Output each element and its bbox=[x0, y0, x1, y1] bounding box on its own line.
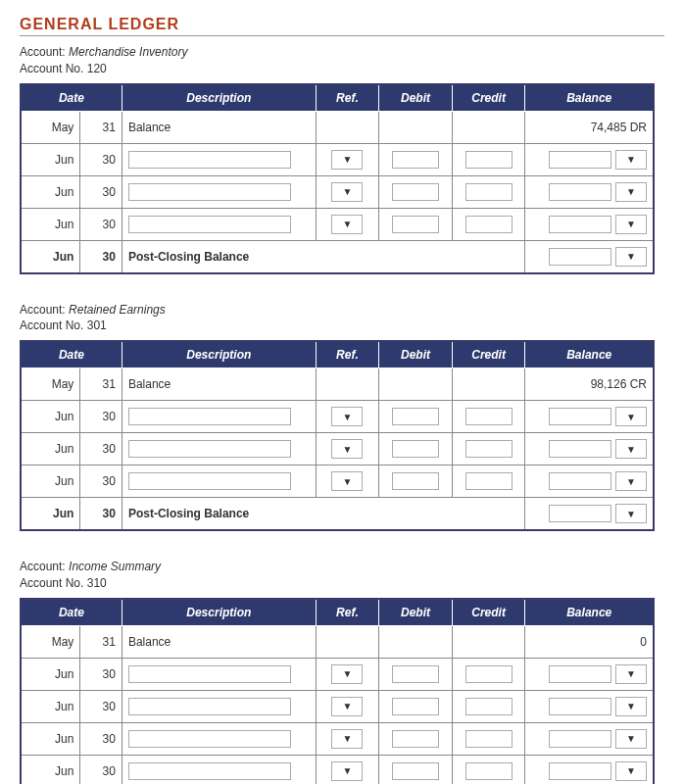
balance-type-dropdown[interactable]: ▼ bbox=[615, 504, 647, 523]
balance-input[interactable] bbox=[549, 248, 611, 266]
balance-type-dropdown[interactable]: ▼ bbox=[615, 439, 647, 459]
ref-dropdown[interactable]: ▼ bbox=[331, 150, 363, 170]
ref-dropdown[interactable]: ▼ bbox=[331, 664, 363, 684]
balance-input[interactable] bbox=[549, 762, 611, 780]
credit-input[interactable] bbox=[465, 440, 513, 458]
page-title: GENERAL LEDGER bbox=[20, 16, 664, 36]
account-header: Account: Merchandise InventoryAccount No… bbox=[20, 44, 664, 77]
ref-dropdown[interactable]: ▼ bbox=[331, 697, 363, 716]
ref-dropdown[interactable]: ▼ bbox=[331, 729, 363, 749]
balance-input[interactable] bbox=[549, 505, 611, 522]
balance-type-dropdown[interactable]: ▼ bbox=[615, 150, 647, 170]
balance-input[interactable] bbox=[549, 698, 611, 715]
balance-type-dropdown[interactable]: ▼ bbox=[615, 182, 647, 202]
credit-input[interactable] bbox=[465, 408, 513, 425]
debit-input[interactable] bbox=[392, 665, 439, 683]
ref-dropdown[interactable]: ▼ bbox=[331, 182, 363, 202]
balance-input[interactable] bbox=[549, 665, 611, 683]
table-row: May31Balance98,126 CR bbox=[21, 368, 654, 401]
credit-input[interactable] bbox=[465, 183, 513, 201]
balance-type-dropdown[interactable]: ▼ bbox=[615, 407, 647, 426]
ledger-account-block: Account: Merchandise InventoryAccount No… bbox=[20, 44, 664, 274]
cell-month: Jun bbox=[21, 208, 80, 240]
ref-dropdown[interactable]: ▼ bbox=[331, 471, 363, 491]
description-input[interactable] bbox=[128, 408, 291, 425]
cell-debit bbox=[379, 722, 453, 755]
balance-input[interactable] bbox=[549, 216, 611, 233]
ref-dropdown[interactable]: ▼ bbox=[331, 439, 363, 459]
balance-input[interactable] bbox=[549, 408, 611, 425]
cell-ref: ▼ bbox=[316, 208, 378, 240]
cell-month: Jun bbox=[21, 401, 80, 433]
balance-type-dropdown[interactable]: ▼ bbox=[615, 761, 647, 781]
credit-input[interactable] bbox=[465, 151, 513, 169]
credit-input[interactable] bbox=[465, 665, 513, 683]
col-debit: Debit bbox=[379, 84, 453, 112]
description-input[interactable] bbox=[128, 151, 291, 169]
table-row: Jun30▼▼ bbox=[21, 143, 654, 175]
credit-input[interactable] bbox=[465, 730, 513, 748]
credit-input[interactable] bbox=[465, 698, 513, 715]
cell-ref: ▼ bbox=[316, 658, 378, 690]
debit-input[interactable] bbox=[392, 216, 439, 233]
cell-description bbox=[122, 722, 316, 755]
account-header: Account: Income SummaryAccount No. 310 bbox=[20, 559, 664, 592]
debit-input[interactable] bbox=[392, 698, 439, 715]
description-input[interactable] bbox=[128, 665, 291, 683]
description-input[interactable] bbox=[128, 216, 291, 233]
balance-type-dropdown[interactable]: ▼ bbox=[615, 471, 647, 491]
ledger-account-block: Account: Retained EarningsAccount No. 30… bbox=[20, 302, 664, 532]
cell-day: 30 bbox=[80, 690, 122, 722]
balance-type-dropdown[interactable]: ▼ bbox=[615, 247, 647, 267]
cell-month: Jun bbox=[21, 466, 80, 498]
description-input[interactable] bbox=[128, 762, 291, 780]
cell-ref: ▼ bbox=[316, 755, 378, 784]
account-label: Account: bbox=[20, 303, 66, 317]
cell-description bbox=[122, 690, 316, 722]
balance-input[interactable] bbox=[549, 730, 611, 748]
balance-type-dropdown[interactable]: ▼ bbox=[615, 215, 647, 234]
cell-month: Jun bbox=[21, 175, 80, 208]
balance-input[interactable] bbox=[549, 183, 611, 201]
col-debit: Debit bbox=[379, 341, 453, 368]
cell-month: Jun bbox=[21, 722, 80, 755]
credit-input[interactable] bbox=[465, 762, 513, 780]
cell-balance: ▼ bbox=[525, 208, 654, 240]
ref-dropdown[interactable]: ▼ bbox=[331, 215, 363, 234]
debit-input[interactable] bbox=[392, 762, 439, 780]
balance-input[interactable] bbox=[549, 472, 611, 490]
cell-debit bbox=[379, 755, 453, 784]
debit-input[interactable] bbox=[392, 440, 439, 458]
table-row: Jun30▼▼ bbox=[21, 755, 654, 784]
description-input[interactable] bbox=[128, 730, 291, 748]
balance-input[interactable] bbox=[549, 440, 611, 458]
cell-balance: ▼ bbox=[525, 722, 654, 755]
description-input[interactable] bbox=[128, 440, 291, 458]
credit-input[interactable] bbox=[465, 216, 513, 233]
cell-day: 31 bbox=[80, 368, 122, 401]
cell-description: Balance bbox=[122, 625, 316, 658]
debit-input[interactable] bbox=[392, 151, 439, 169]
description-input[interactable] bbox=[128, 698, 291, 715]
balance-type-dropdown[interactable]: ▼ bbox=[615, 729, 647, 749]
cell-description: Balance bbox=[122, 111, 316, 143]
debit-input[interactable] bbox=[392, 408, 439, 425]
description-input[interactable] bbox=[128, 472, 291, 490]
debit-input[interactable] bbox=[392, 472, 439, 490]
table-row: Jun30▼▼ bbox=[21, 658, 654, 690]
credit-input[interactable] bbox=[465, 472, 513, 490]
ref-dropdown[interactable]: ▼ bbox=[331, 407, 363, 426]
cell-credit bbox=[452, 143, 525, 175]
cell-month: May bbox=[21, 368, 80, 401]
balance-type-dropdown[interactable]: ▼ bbox=[615, 664, 647, 684]
ref-dropdown[interactable]: ▼ bbox=[331, 761, 363, 781]
cell-day: 31 bbox=[80, 111, 122, 143]
balance-input[interactable] bbox=[549, 151, 611, 169]
description-input[interactable] bbox=[128, 183, 291, 201]
col-ref: Ref. bbox=[316, 341, 378, 368]
cell-day: 31 bbox=[80, 625, 122, 658]
balance-type-dropdown[interactable]: ▼ bbox=[615, 697, 647, 716]
debit-input[interactable] bbox=[392, 730, 439, 748]
debit-input[interactable] bbox=[392, 183, 439, 201]
cell-credit bbox=[452, 690, 525, 722]
